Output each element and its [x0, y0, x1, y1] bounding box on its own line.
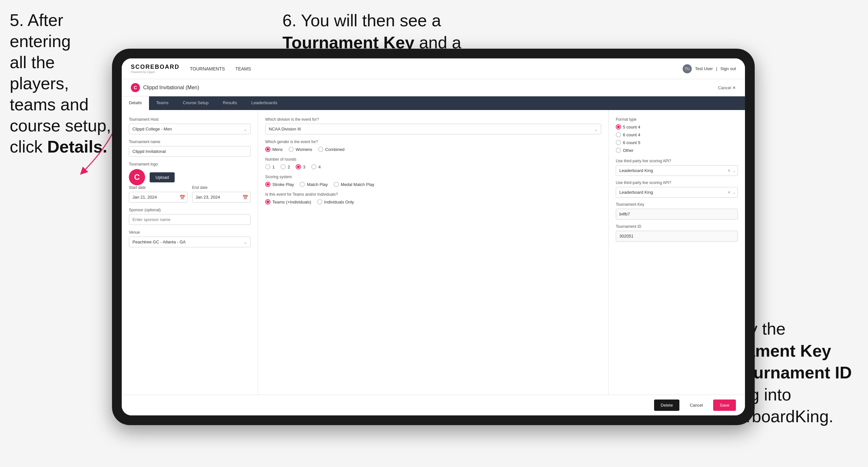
api1-actions: ✕ ⌄ [727, 168, 736, 173]
format-5count4[interactable]: 5 count 4 [616, 124, 641, 129]
logo-section: C Upload [129, 169, 251, 185]
logo-placeholder: C [129, 169, 145, 185]
cancel-button[interactable]: Cancel [683, 400, 709, 411]
rounds-4-radio[interactable] [311, 164, 316, 169]
scoring-stroke-label: Stroke Play [272, 182, 294, 187]
tab-leaderboards[interactable]: Leaderboards [244, 96, 284, 110]
api1-select-wrapper: ✕ ⌄ [616, 165, 738, 176]
end-date-field: End date 📅 [192, 185, 251, 203]
tournament-host-select[interactable]: Clippd College - Men [129, 124, 251, 134]
scoring-stroke[interactable]: Stroke Play [265, 182, 294, 187]
api2-label: Use third-party live scoring API? [616, 181, 738, 185]
gender-label: Which gender is the event for? [265, 139, 601, 144]
gender-mens-label: Mens [272, 147, 283, 152]
gender-combined-radio[interactable] [318, 147, 323, 152]
api1-dropdown-icon[interactable]: ⌄ [733, 168, 736, 173]
start-date-field: Start date 📅 [129, 185, 188, 203]
venue-select[interactable]: Peachtree GC - Atlanta - GA [129, 237, 251, 247]
left-panel: Tournament Host Clippd College - Men Tou… [122, 110, 258, 395]
gender-mens[interactable]: Mens [265, 147, 283, 152]
start-date-label: Start date [129, 185, 188, 190]
tab-results[interactable]: Results [216, 96, 244, 110]
tournament-title: C Clippd Invitational (Men) [131, 83, 199, 92]
sign-out-link[interactable]: Sign out [720, 66, 736, 71]
teams-teams-radio[interactable] [265, 199, 270, 205]
tournament-name-input[interactable] [129, 146, 251, 157]
gender-womens-radio[interactable] [288, 147, 294, 152]
gender-combined[interactable]: Combined [318, 147, 344, 152]
rounds-3[interactable]: 3 [296, 164, 305, 169]
sponsor-label: Sponsor (optional) [129, 208, 251, 212]
division-label: Which division is the event for? [265, 117, 601, 122]
rounds-2-label: 2 [288, 164, 290, 169]
save-button[interactable]: Save [713, 400, 736, 411]
format-6count5-radio[interactable] [616, 140, 621, 145]
bottom-bar: Delete Cancel Save [122, 395, 745, 415]
format-6count4-radio[interactable] [616, 132, 621, 137]
scoring-medal[interactable]: Medal Match Play [334, 182, 374, 187]
gender-mens-radio[interactable] [265, 147, 270, 152]
cancel-link[interactable]: Cancel ✕ [718, 85, 736, 90]
format-other-radio[interactable] [616, 148, 621, 153]
rounds-2-radio[interactable] [280, 164, 286, 169]
tournament-logo-c: C [131, 83, 140, 92]
nav-tournaments[interactable]: TOURNAMENTS [190, 65, 225, 73]
rounds-1[interactable]: 1 [265, 164, 275, 169]
api2-clear-icon[interactable]: ✕ [727, 190, 731, 195]
tab-course-setup[interactable]: Course Setup [176, 96, 216, 110]
tournament-key-value: b4fb7 [616, 209, 738, 220]
format-6count5[interactable]: 6 count 5 [616, 140, 641, 145]
tournament-name-label: Tournament name [129, 139, 251, 144]
scoring-match-label: Match Play [307, 182, 328, 187]
rounds-2[interactable]: 2 [280, 164, 290, 169]
calendar-icon-start: 📅 [180, 195, 185, 200]
rounds-radio-group: 1 2 3 4 [265, 164, 601, 169]
logo-area: SCOREBOARD Powered by clippd [131, 64, 180, 74]
scoring-match-radio[interactable] [300, 182, 305, 187]
end-date-label: End date [192, 185, 251, 190]
rounds-3-radio[interactable] [296, 164, 301, 169]
gender-womens[interactable]: Womens [288, 147, 312, 152]
tab-teams[interactable]: Teams [149, 96, 176, 110]
api2-input[interactable] [616, 187, 738, 198]
rounds-label: Number of rounds [265, 157, 601, 162]
upload-button[interactable]: Upload [150, 172, 175, 182]
teams-individuals-radio[interactable] [317, 199, 322, 205]
format-radio-group: 5 count 4 6 count 4 6 count 5 Other [616, 124, 738, 153]
sponsor-input[interactable] [129, 214, 251, 225]
tablet: SCOREBOARD Powered by clippd TOURNAMENTS… [112, 49, 755, 425]
scoring-medal-radio[interactable] [334, 182, 339, 187]
tab-details[interactable]: Details [122, 96, 149, 110]
rounds-4-label: 4 [318, 164, 321, 169]
nav-teams[interactable]: TEAMS [235, 65, 251, 73]
nav-links: TOURNAMENTS TEAMS [190, 65, 683, 73]
scoring-stroke-radio[interactable] [265, 182, 270, 187]
format-6count4[interactable]: 6 count 4 [616, 132, 641, 137]
start-date-input[interactable] [129, 192, 188, 203]
delete-button[interactable]: Delete [654, 400, 679, 411]
api1-input[interactable] [616, 165, 738, 176]
start-date-wrapper: 📅 [129, 192, 188, 203]
division-select[interactable]: NCAA Division III [265, 124, 601, 134]
rounds-4[interactable]: 4 [311, 164, 321, 169]
format-other-label: Other [623, 148, 633, 153]
teams-teams[interactable]: Teams (+Individuals) [265, 199, 311, 205]
gender-radio-group: Mens Womens Combined [265, 147, 601, 152]
teams-label: Is this event for Teams and/or Individua… [265, 192, 601, 197]
scoring-radio-group: Stroke Play Match Play Medal Match Play [265, 182, 601, 187]
scoring-label: Scoring system [265, 175, 601, 179]
gender-womens-label: Womens [296, 147, 312, 152]
tournament-logo-label: Tournament logo [129, 162, 251, 166]
api1-clear-icon[interactable]: ✕ [727, 168, 731, 173]
end-date-input[interactable] [192, 192, 251, 203]
format-other[interactable]: Other [616, 148, 633, 153]
format-5count4-radio[interactable] [616, 124, 621, 129]
division-wrapper: NCAA Division III [265, 124, 601, 134]
sub-header: C Clippd Invitational (Men) Cancel ✕ [122, 79, 745, 96]
teams-individuals[interactable]: Individuals Only [317, 199, 354, 205]
rounds-1-radio[interactable] [265, 164, 270, 169]
gender-combined-label: Combined [325, 147, 344, 152]
scoring-match[interactable]: Match Play [300, 182, 328, 187]
nav-right: TU Test User | Sign out [683, 64, 736, 73]
api2-dropdown-icon[interactable]: ⌄ [733, 190, 736, 195]
